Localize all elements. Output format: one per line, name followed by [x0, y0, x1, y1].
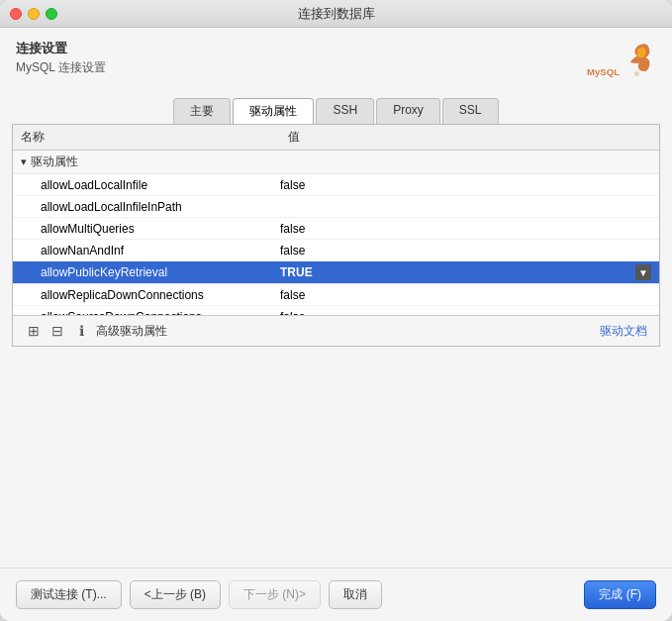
footer: 测试连接 (T)... <上一步 (B) 下一步 (N)> 取消 完成 (F): [0, 568, 672, 621]
header-section: 连接设置 MySQL 连接设置 MySQL ®: [0, 28, 672, 92]
svg-text:®: ®: [634, 70, 639, 77]
minimize-button[interactable]: [28, 8, 40, 20]
dropdown-arrow-icon[interactable]: ▼: [635, 264, 651, 280]
row-name: allowLoadLocalInfileInPath: [21, 200, 280, 214]
tab-driver[interactable]: 驱动属性: [233, 98, 314, 124]
row-value: false: [280, 288, 651, 302]
svg-text:MySQL: MySQL: [587, 66, 620, 77]
info-icon[interactable]: ℹ: [72, 322, 90, 340]
section-row-driver[interactable]: ▾ 驱动属性: [13, 151, 659, 174]
table-row[interactable]: allowLoadLocalInfileInPath: [13, 196, 659, 218]
row-value: false: [280, 244, 651, 258]
next-button[interactable]: 下一步 (N)>: [229, 580, 321, 609]
row-value: false: [280, 222, 651, 236]
tabs-bar: 主要 驱动属性 SSH Proxy SSL: [0, 92, 672, 124]
maximize-button[interactable]: [46, 8, 57, 20]
row-name: allowReplicaDownConnections: [21, 288, 280, 302]
mysql-logo: MySQL ®: [587, 40, 656, 84]
remove-row-icon[interactable]: ⊟: [48, 322, 66, 340]
header-text: 连接设置 MySQL 连接设置: [16, 40, 106, 76]
row-name: allowPublicKeyRetrieval: [21, 265, 280, 279]
row-name: allowNanAndInf: [21, 244, 280, 258]
bottom-icons: ⊞ ⊟ ℹ: [25, 322, 90, 340]
table-row[interactable]: allowReplicaDownConnections false: [13, 284, 659, 306]
advanced-label: 高级驱动属性: [96, 323, 167, 340]
table-body[interactable]: ▾ 驱动属性 allowLoadLocalInfile false allowL…: [13, 151, 659, 315]
row-name: allowLoadLocalInfile: [21, 178, 280, 192]
main-content: 名称 值 ▾ 驱动属性 allowLoadLocalInfile false a…: [12, 124, 660, 347]
header-subtitle: MySQL 连接设置: [16, 59, 106, 76]
row-value: TRUE: [280, 265, 631, 279]
tab-main[interactable]: 主要: [173, 98, 231, 124]
titlebar: 连接到数据库: [0, 0, 672, 28]
tab-ssl[interactable]: SSL: [442, 98, 499, 124]
tab-proxy[interactable]: Proxy: [376, 98, 440, 124]
main-window: 连接到数据库 连接设置 MySQL 连接设置 MySQL ® 主要 驱动属性 S…: [0, 0, 672, 621]
section-label: 驱动属性: [31, 154, 78, 170]
table-row[interactable]: allowMultiQueries false: [13, 218, 659, 240]
cancel-button[interactable]: 取消: [329, 580, 382, 609]
row-value: false: [280, 178, 651, 192]
bottom-toolbar: ⊞ ⊟ ℹ 高级驱动属性 驱动文档: [13, 315, 659, 346]
prev-button[interactable]: <上一步 (B): [130, 580, 221, 609]
table-row[interactable]: allowLoadLocalInfile false: [13, 174, 659, 196]
row-value-container: TRUE ▼: [280, 264, 651, 280]
row-name: allowMultiQueries: [21, 222, 280, 236]
tab-ssh[interactable]: SSH: [316, 98, 374, 124]
row-value: false: [280, 310, 651, 316]
test-connection-button[interactable]: 测试连接 (T)...: [16, 580, 122, 609]
spacer: [0, 347, 672, 568]
table-row-selected[interactable]: allowPublicKeyRetrieval TRUE ▼: [13, 261, 659, 284]
col-value-header: 值: [288, 129, 651, 146]
col-name-header: 名称: [21, 129, 288, 146]
expand-icon: ▾: [21, 155, 27, 168]
table-row[interactable]: allowSourceDownConnections false: [13, 306, 659, 315]
window-title: 连接到数据库: [298, 5, 375, 23]
close-button[interactable]: [10, 8, 22, 20]
header-title: 连接设置: [16, 40, 106, 57]
finish-button[interactable]: 完成 (F): [584, 580, 656, 609]
table-header: 名称 值: [13, 125, 659, 151]
add-row-icon[interactable]: ⊞: [25, 322, 43, 340]
window-controls: [10, 8, 57, 20]
driver-doc-link[interactable]: 驱动文档: [600, 323, 647, 340]
row-name: allowSourceDownConnections: [21, 310, 280, 316]
table-row[interactable]: allowNanAndInf false: [13, 240, 659, 261]
